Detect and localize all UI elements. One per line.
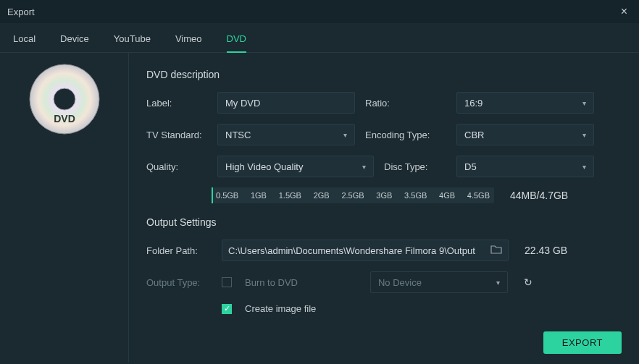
output-type-label: Output Type: (146, 277, 212, 288)
chevron-down-icon: ▾ (582, 163, 586, 171)
tab-local[interactable]: Local (13, 33, 36, 52)
disctype-select[interactable]: D5▾ (456, 156, 594, 177)
export-button[interactable]: EXPORT (543, 331, 622, 354)
svg-text:DVD: DVD (54, 113, 75, 124)
create-image-label: Create image file (245, 303, 316, 314)
label-label: Label: (146, 98, 207, 109)
size-tick: 4.5GB (467, 191, 490, 200)
svg-point-2 (59, 94, 70, 104)
size-tick: 1.5GB (279, 191, 301, 200)
chevron-down-icon: ▾ (362, 163, 366, 171)
folder-path-input[interactable]: C:\Users\admin\Documents\Wondershare Fil… (222, 240, 509, 261)
dvd-disc-icon: DVD (28, 63, 101, 135)
quality-select[interactable]: High Video Quality▾ (217, 156, 374, 177)
size-bar: 0.5GB 1GB 1.5GB 2GB 2.5GB 3GB 3.5GB 4GB … (212, 187, 494, 203)
window-title: Export (7, 7, 35, 17)
ratio-label: Ratio: (365, 98, 446, 109)
chevron-down-icon: ▾ (496, 279, 500, 287)
create-image-checkbox[interactable]: ✓ (222, 304, 232, 314)
size-tick: 2.5GB (341, 191, 364, 200)
quality-label: Quality: (146, 161, 207, 172)
main-panel: DVD description Label: My DVD Ratio: 16:… (129, 53, 639, 363)
chevron-down-icon: ▾ (582, 131, 586, 139)
size-readout: 44MB/4.7GB (510, 190, 568, 201)
size-tick: 3.5GB (404, 191, 427, 200)
ratio-select[interactable]: 16:9▾ (456, 92, 594, 114)
size-tick: 0.5GB (216, 191, 238, 200)
tab-youtube[interactable]: YouTube (114, 33, 151, 52)
tab-vimeo[interactable]: Vimeo (175, 33, 202, 52)
size-tick: 2GB (314, 191, 330, 200)
label-input[interactable]: My DVD (217, 92, 355, 114)
burn-to-dvd-checkbox[interactable] (222, 277, 232, 287)
chevron-down-icon: ▾ (582, 99, 586, 107)
sidebar: DVD (0, 53, 129, 363)
chevron-down-icon: ▾ (343, 131, 347, 139)
size-tick: 4GB (439, 191, 455, 200)
close-icon[interactable]: × (617, 4, 632, 20)
refresh-icon[interactable]: ↻ (524, 276, 532, 288)
tab-device[interactable]: Device (60, 33, 89, 52)
burn-to-dvd-label: Burn to DVD (245, 277, 298, 288)
device-select[interactable]: No Device▾ (370, 271, 508, 293)
size-tick: 1GB (251, 191, 267, 200)
enctype-label: Encoding Type: (365, 130, 446, 140)
tvstd-select[interactable]: NTSC▾ (217, 124, 355, 145)
dvd-description-title: DVD description (146, 69, 622, 80)
disctype-label: Disc Type: (384, 161, 446, 172)
folder-path-label: Folder Path: (146, 245, 212, 256)
size-tick: 3GB (376, 191, 392, 200)
enctype-select[interactable]: CBR▾ (456, 124, 594, 145)
tab-dvd[interactable]: DVD (227, 33, 246, 53)
tvstd-label: TV Standard: (146, 130, 207, 140)
titlebar: Export × (0, 0, 639, 23)
free-space: 22.43 GB (525, 245, 567, 256)
folder-icon[interactable] (490, 245, 502, 257)
output-settings-title: Output Settings (146, 216, 622, 228)
tabs: Local Device YouTube Vimeo DVD (0, 23, 639, 53)
